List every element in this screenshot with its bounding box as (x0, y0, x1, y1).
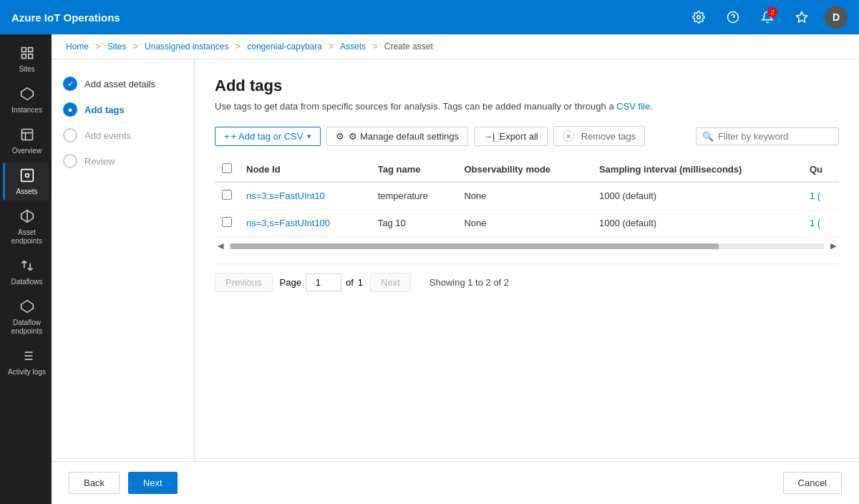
sidebar-label-dataflow-endpoints: Dataflow endpoints (8, 319, 46, 336)
sites-icon (20, 46, 34, 62)
sidebar-item-instances[interactable]: Instances (3, 81, 49, 119)
step-add-tags[interactable]: ● Add tags (63, 102, 183, 117)
svg-marker-16 (21, 301, 33, 313)
of-label: of (346, 277, 354, 288)
row2-checkbox-cell (215, 210, 239, 237)
asset-endpoints-icon (20, 209, 34, 226)
remove-label: Remove tags (581, 131, 636, 142)
sidebar-item-dataflow-endpoints[interactable]: Dataflow endpoints (3, 294, 49, 340)
svg-marker-3 (797, 12, 807, 22)
avatar[interactable]: D (825, 6, 848, 29)
col-observability-mode[interactable]: Observability mode (457, 158, 592, 182)
col-queue-size[interactable]: Qu (802, 158, 839, 182)
next-button[interactable]: Next (370, 273, 411, 292)
alerts-icon[interactable] (790, 6, 813, 29)
help-icon[interactable] (722, 6, 744, 29)
breadcrumb-assets[interactable]: Assets (340, 42, 366, 52)
row2-sampling-interval: 1000 (default) (592, 210, 802, 237)
step-review[interactable]: Review (63, 154, 183, 168)
breadcrumb-capybara[interactable]: congenial-capybara (247, 42, 322, 52)
step-circle-3 (63, 128, 77, 142)
scroll-left-arrow[interactable]: ◀ (215, 240, 226, 252)
step-label-3: Add events (84, 130, 131, 141)
app-title: Azure IoT Operations (11, 11, 687, 24)
breadcrumb: Home > Sites > Unassigned instances > co… (52, 34, 859, 59)
next-button-bottom[interactable]: Next (128, 472, 178, 494)
horizontal-scrollbar[interactable]: ◀ ▶ (215, 240, 839, 252)
back-button[interactable]: Back (69, 472, 120, 494)
remove-tags-button[interactable]: ✕ Remove tags (553, 126, 646, 146)
step-add-events[interactable]: Add events (63, 128, 183, 142)
sidebar-item-assets[interactable]: Assets (3, 163, 49, 200)
col-sampling-interval[interactable]: Sampling interval (milliseconds) (592, 158, 802, 182)
export-all-button[interactable]: →| Export all (474, 127, 548, 146)
row2-checkbox[interactable] (222, 217, 232, 227)
sidebar-label-overview: Overview (12, 147, 42, 155)
row1-sampling-interval: 1000 (default) (592, 182, 802, 210)
add-tag-csv-button[interactable]: + + Add tag or CSV ▾ (215, 127, 321, 146)
sidebar-item-sites[interactable]: Sites (3, 40, 49, 78)
content-area: Home > Sites > Unassigned instances > co… (52, 34, 859, 504)
scroll-bar-thumb (230, 243, 719, 249)
table-body: ns=3;s=FastUInt10 temperature None 1000 … (215, 182, 839, 237)
row1-tag-name: temperature (371, 182, 457, 210)
svg-rect-13 (21, 170, 33, 182)
bell-icon[interactable]: 2 (756, 6, 779, 29)
svg-marker-8 (21, 88, 33, 100)
search-icon: 🔍 (702, 131, 714, 142)
manage-label: ⚙ Manage default settings (349, 131, 459, 142)
step-circle-2: ● (63, 102, 77, 117)
row2-node-id[interactable]: ns=3;s=FastUInt100 (239, 210, 371, 237)
row1-queue-size: 1 ( (802, 182, 839, 210)
sidebar-label-sites: Sites (19, 65, 34, 74)
settings-icon[interactable] (687, 6, 710, 29)
manage-default-settings-button[interactable]: ⚙ ⚙ Manage default settings (326, 127, 468, 146)
sidebar-label-activity-logs: Activity logs (8, 368, 46, 377)
csv-link[interactable]: CSV file (616, 101, 650, 112)
row1-checkbox[interactable] (222, 190, 232, 200)
sidebar-item-asset-endpoints[interactable]: Asset endpoints (3, 203, 49, 250)
table-row: ns=3;s=FastUInt100 Tag 10 None 1000 (def… (215, 210, 839, 237)
gear-icon: ⚙ (336, 131, 344, 142)
page-label: Page (280, 277, 301, 288)
scroll-bar-track (229, 243, 825, 249)
scroll-right-arrow[interactable]: ▶ (828, 240, 839, 252)
activity-logs-icon (20, 349, 34, 365)
sidebar-label-dataflows: Dataflows (11, 278, 43, 286)
step-add-asset-details[interactable]: ✓ Add asset details (63, 77, 183, 91)
remove-icon: ✕ (563, 130, 574, 142)
cancel-button[interactable]: Cancel (783, 472, 842, 494)
col-node-id[interactable]: Node Id (239, 158, 371, 182)
instances-icon (20, 87, 34, 103)
sidebar: Sites Instances Overview Assets Asset en… (0, 34, 52, 504)
sidebar-item-dataflows[interactable]: Dataflows (3, 253, 49, 291)
select-all-checkbox[interactable] (222, 163, 232, 173)
filter-input[interactable] (718, 131, 833, 142)
row2-observability-mode: None (457, 210, 592, 237)
row2-tag-name: Tag 10 (371, 210, 457, 237)
breadcrumb-home[interactable]: Home (66, 42, 89, 52)
row1-node-id[interactable]: ns=3;s=FastUInt10 (239, 182, 371, 210)
breadcrumb-unassigned-instances[interactable]: Unassigned instances (145, 42, 228, 52)
breadcrumb-sites[interactable]: Sites (107, 42, 127, 52)
table-header-row: Node Id Tag name Observability mode Samp… (215, 158, 839, 182)
top-nav: Azure IoT Operations 2 D (0, 0, 859, 34)
page-description: Use tags to get data from specific sourc… (215, 101, 839, 112)
showing-info: Showing 1 to 2 of 2 (430, 277, 509, 288)
select-all-header (215, 158, 239, 182)
sidebar-label-asset-endpoints: Asset endpoints (8, 228, 46, 246)
page-number-input[interactable] (306, 273, 341, 291)
col-tag-name[interactable]: Tag name (371, 158, 457, 182)
assets-icon (20, 168, 34, 185)
previous-button[interactable]: Previous (215, 273, 273, 292)
sidebar-item-overview[interactable]: Overview (3, 122, 49, 160)
plus-icon: + (224, 131, 230, 142)
step-circle-1: ✓ (63, 77, 77, 91)
top-nav-icons: 2 D (687, 6, 848, 29)
table-row: ns=3;s=FastUInt10 temperature None 1000 … (215, 182, 839, 210)
page-title: Add tags (215, 77, 839, 95)
overview-icon (20, 127, 34, 144)
page-input-wrap: Page of 1 (280, 273, 363, 291)
sidebar-item-activity-logs[interactable]: Activity logs (3, 343, 49, 381)
pagination: Previous Page of 1 Next Showing 1 to 2 o… (215, 263, 839, 292)
